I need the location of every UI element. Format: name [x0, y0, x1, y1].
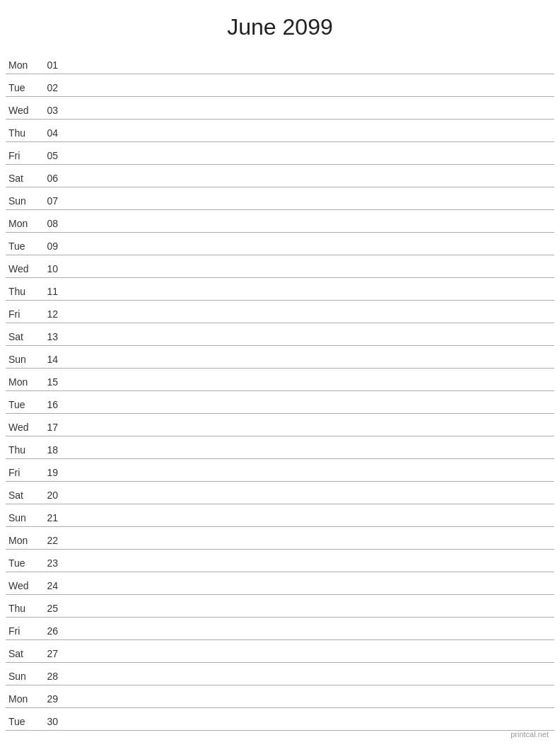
day-name: Sat — [6, 173, 37, 185]
day-line — [58, 456, 554, 457]
day-line — [58, 162, 554, 163]
day-row: Fri26 — [6, 618, 554, 640]
day-number: 18 — [37, 444, 58, 457]
day-number: 21 — [37, 512, 58, 525]
day-name: Mon — [6, 693, 37, 706]
day-name: Wed — [6, 422, 37, 434]
day-number: 23 — [37, 557, 58, 570]
day-number: 24 — [37, 580, 58, 593]
day-line — [58, 524, 554, 525]
day-name: Wed — [6, 263, 37, 276]
day-line — [58, 298, 554, 299]
day-row: Sat06 — [6, 165, 554, 187]
day-name: Sun — [6, 671, 37, 683]
day-number: 03 — [37, 105, 58, 117]
day-number: 16 — [37, 399, 58, 412]
day-line — [58, 94, 554, 95]
day-number: 06 — [37, 173, 58, 185]
day-line — [58, 320, 554, 321]
day-name: Thu — [6, 603, 37, 615]
day-line — [58, 230, 554, 231]
day-number: 28 — [37, 671, 58, 683]
day-line — [58, 343, 554, 344]
day-name: Wed — [6, 105, 37, 117]
day-row: Thu25 — [6, 595, 554, 618]
day-line — [58, 275, 554, 276]
watermark: printcal.net — [511, 730, 549, 739]
day-row: Thu18 — [6, 436, 554, 459]
day-row: Mon08 — [6, 210, 554, 233]
day-number: 15 — [37, 376, 58, 389]
day-number: 22 — [37, 535, 58, 548]
day-number: 10 — [37, 263, 58, 276]
day-line — [58, 139, 554, 140]
day-row: Wed10 — [6, 255, 554, 278]
day-line — [58, 253, 554, 253]
day-number: 19 — [37, 467, 58, 480]
day-name: Thu — [6, 444, 37, 457]
day-name: Sun — [6, 195, 37, 208]
day-row: Fri12 — [6, 301, 554, 323]
day-row: Wed24 — [6, 572, 554, 595]
day-name: Sat — [6, 490, 37, 502]
day-number: 05 — [37, 150, 58, 163]
day-name: Fri — [6, 150, 37, 163]
day-name: Mon — [6, 218, 37, 231]
day-number: 02 — [37, 82, 58, 95]
day-row: Tue23 — [6, 550, 554, 572]
day-row: Sat20 — [6, 482, 554, 504]
day-line — [58, 411, 554, 412]
day-row: Tue30 — [6, 708, 554, 731]
day-number: 04 — [37, 127, 58, 140]
day-row: Thu11 — [6, 278, 554, 301]
day-number: 14 — [37, 354, 58, 366]
day-name: Fri — [6, 467, 37, 480]
day-row: Sat13 — [6, 323, 554, 346]
day-number: 01 — [37, 59, 58, 72]
day-line — [58, 479, 554, 480]
day-number: 25 — [37, 603, 58, 615]
day-name: Mon — [6, 376, 37, 389]
day-row: Sun28 — [6, 663, 554, 685]
day-number: 29 — [37, 693, 58, 706]
day-number: 26 — [37, 625, 58, 638]
day-number: 09 — [37, 241, 58, 253]
day-name: Tue — [6, 82, 37, 95]
day-name: Fri — [6, 625, 37, 638]
day-name: Thu — [6, 127, 37, 140]
day-line — [58, 185, 554, 185]
day-line — [58, 728, 554, 729]
day-name: Tue — [6, 557, 37, 570]
day-number: 08 — [37, 218, 58, 231]
day-row: Tue02 — [6, 74, 554, 97]
day-line — [58, 660, 554, 661]
day-row: Mon15 — [6, 369, 554, 391]
day-row: Sun14 — [6, 346, 554, 369]
day-row: Sat27 — [6, 640, 554, 663]
day-name: Tue — [6, 241, 37, 253]
day-line — [58, 388, 554, 389]
page-title: June 2099 — [0, 0, 560, 52]
day-row: Mon01 — [6, 52, 554, 74]
day-row: Wed03 — [6, 97, 554, 120]
day-row: Mon22 — [6, 527, 554, 550]
day-line — [58, 502, 554, 502]
day-number: 07 — [37, 195, 58, 208]
day-row: Wed17 — [6, 414, 554, 436]
day-number: 12 — [37, 308, 58, 321]
day-name: Fri — [6, 308, 37, 321]
day-name: Mon — [6, 535, 37, 548]
day-line — [58, 683, 554, 683]
day-row: Tue09 — [6, 233, 554, 255]
day-number: 20 — [37, 490, 58, 502]
day-line — [58, 366, 554, 366]
day-row: Sun21 — [6, 504, 554, 527]
day-row: Fri05 — [6, 142, 554, 165]
day-row: Fri19 — [6, 459, 554, 482]
day-line — [58, 547, 554, 548]
day-line — [58, 637, 554, 638]
day-line — [58, 569, 554, 570]
day-name: Sun — [6, 354, 37, 366]
calendar-grid: Mon01Tue02Wed03Thu04Fri05Sat06Sun07Mon08… — [0, 52, 560, 731]
day-number: 17 — [37, 422, 58, 434]
